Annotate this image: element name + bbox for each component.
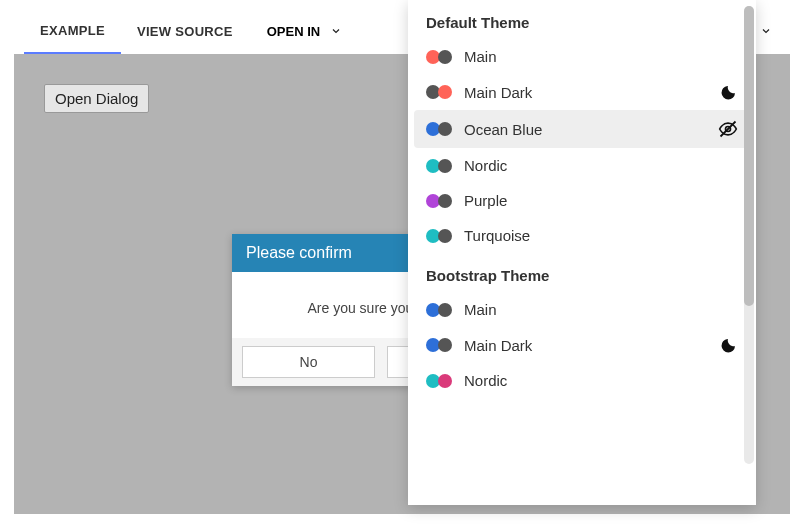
theme-group-label: Bootstrap Theme xyxy=(408,253,756,292)
open-in-label: OPEN IN xyxy=(267,24,320,39)
theme-item-label: Main Dark xyxy=(464,84,532,101)
theme-swatch-icon xyxy=(426,50,452,64)
theme-item-main[interactable]: Main xyxy=(408,39,756,74)
theme-item-purple[interactable]: Purple xyxy=(408,183,756,218)
theme-item-label: Nordic xyxy=(464,372,507,389)
scrollbar-thumb[interactable] xyxy=(744,6,754,306)
open-in-dropdown[interactable]: OPEN IN xyxy=(267,24,342,39)
chevron-down-icon xyxy=(330,25,342,37)
theme-item-ocean-blue[interactable]: Ocean Blue xyxy=(414,110,750,148)
theme-item-main-dark[interactable]: Main Dark xyxy=(408,327,756,363)
theme-item-turquoise[interactable]: Turquoise xyxy=(408,218,756,253)
theme-swatch-icon xyxy=(426,85,452,99)
theme-swatch-icon xyxy=(426,338,452,352)
tab-view-source[interactable]: VIEW SOURCE xyxy=(121,8,249,54)
theme-dropdown: Default ThemeMainMain DarkOcean BlueNord… xyxy=(408,0,756,505)
theme-item-nordic[interactable]: Nordic xyxy=(408,363,756,398)
eye-off-icon xyxy=(718,119,738,139)
theme-item-main[interactable]: Main xyxy=(408,292,756,327)
theme-item-label: Purple xyxy=(464,192,507,209)
theme-item-nordic[interactable]: Nordic xyxy=(408,148,756,183)
theme-swatch-icon xyxy=(426,303,452,317)
open-dialog-button[interactable]: Open Dialog xyxy=(44,84,149,113)
theme-item-label: Turquoise xyxy=(464,227,530,244)
theme-item-label: Main Dark xyxy=(464,337,532,354)
moon-icon xyxy=(720,83,738,101)
theme-item-label: Main xyxy=(464,301,497,318)
theme-swatch-icon xyxy=(426,159,452,173)
theme-group-label: Default Theme xyxy=(408,0,756,39)
theme-item-label: Main xyxy=(464,48,497,65)
theme-swatch-icon xyxy=(426,194,452,208)
theme-swatch-icon xyxy=(426,122,452,136)
theme-item-label: Nordic xyxy=(464,157,507,174)
theme-item-label: Ocean Blue xyxy=(464,121,542,138)
tab-example[interactable]: EXAMPLE xyxy=(24,8,121,54)
chevron-down-icon xyxy=(760,25,772,37)
theme-swatch-icon xyxy=(426,229,452,243)
moon-icon xyxy=(720,336,738,354)
theme-item-main-dark[interactable]: Main Dark xyxy=(408,74,756,110)
scrollbar-track[interactable] xyxy=(744,6,754,464)
dialog-no-button[interactable]: No xyxy=(242,346,375,378)
theme-swatch-icon xyxy=(426,374,452,388)
